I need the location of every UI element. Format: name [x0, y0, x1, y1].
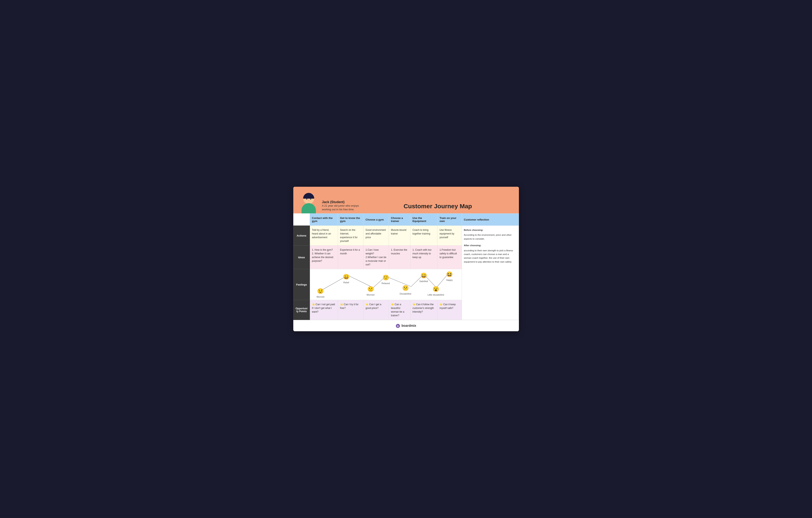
- feeling-emoji-worried-1: 😟: [317, 287, 324, 295]
- col-header-reflection: Customer reflection: [462, 214, 519, 226]
- feelings-chart-cell: 😟 Worried 😀 Relief 🙁 Worrie: [310, 269, 462, 300]
- journey-table: Contact with the gym Get to know the gym…: [293, 213, 519, 320]
- opportunities-label: Opportuni ty Points: [293, 300, 310, 320]
- feeling-label-worried-1: Worried: [317, 295, 324, 299]
- feeling-emoji-relaxed: 🙂: [382, 274, 389, 282]
- actions-gettoknow: Search on the Internet, experience it fo…: [338, 226, 364, 246]
- star-2: ⭐: [340, 303, 343, 306]
- star-1: ⭐: [312, 303, 315, 306]
- header-info: Jack (Student) A 21 year old junior who …: [322, 200, 363, 211]
- actions-choosetrainer: Muscle-bound trainer: [389, 226, 410, 246]
- col-header-trainown: Train on your own: [437, 214, 462, 226]
- boardmix-icon: b: [396, 323, 400, 328]
- ideas-trainown: 1.Freedom but safety is difficult to gua…: [437, 246, 462, 269]
- actions-choosegym: Good environment and affordable price: [364, 226, 389, 246]
- opp-contact: ⭐Can I not get paid if I don't get what …: [310, 300, 338, 320]
- ideas-choosetrainer: 1. Exercise the muscles: [389, 246, 410, 269]
- ideas-choosegym: 1.Can I lose weight?2.Whether I can be a…: [364, 246, 389, 269]
- star-6: ⭐: [439, 303, 443, 306]
- col-header-choosegym: Choose a gym: [364, 214, 389, 226]
- opp-choosegym: ⭐Can I get a good price?: [364, 300, 389, 320]
- feeling-satisfied: 😄 Satisfied: [419, 272, 428, 283]
- feeling-label-relaxed: Relaxed: [381, 282, 390, 285]
- reflection-cell: Before choosing: According to the enviro…: [462, 226, 519, 320]
- feeling-dissatisfied: 😕 Dissatisfied: [400, 284, 411, 296]
- avatar-nose: [308, 200, 309, 201]
- reflection-before-text: According to the environment, price and …: [464, 233, 517, 241]
- map-title: Customer Journey Map: [363, 203, 513, 213]
- actions-equipment: Coach to bring together training: [410, 226, 437, 246]
- feeling-happy: 😆 Happy: [446, 270, 453, 282]
- avatar-eye-right: [310, 199, 311, 200]
- feeling-emoji-happy: 😆: [446, 270, 453, 278]
- footer-brand: boardmix: [401, 324, 416, 328]
- star-4: ⭐: [391, 303, 394, 306]
- feeling-emoji-satisfied: 😄: [420, 272, 427, 280]
- opp-gettoknow: ⭐Can I try it for free?: [338, 300, 364, 320]
- ideas-gettoknow: Experience it for a month: [338, 246, 364, 269]
- opp-equipment: ⭐Can it follow the customer's strength i…: [410, 300, 437, 320]
- ideas-contact: 1. How is the gym?2. Whether it can achi…: [310, 246, 338, 269]
- empty-header: [293, 214, 310, 226]
- avatar-head: [303, 193, 314, 204]
- actions-contact: Told by a friend, heard about in an adve…: [310, 226, 338, 246]
- opp-choosetrainer: ⭐Can a beautiful woman be a trainer?: [389, 300, 410, 320]
- persona-desc: A 21 year old junior who enjoys working …: [322, 204, 363, 211]
- header: Jack (Student) A 21 year old junior who …: [293, 187, 519, 213]
- col-header-gettoknow: Get to know the gym: [338, 214, 364, 226]
- feeling-little-dissatisfied: 😮 Little dissatisfied: [428, 285, 444, 297]
- reflection-after-label: After choosing:: [464, 244, 517, 247]
- feeling-emoji-relief: 😀: [343, 273, 349, 281]
- avatar-hair: [303, 193, 314, 199]
- persona-name: Jack (Student): [322, 200, 363, 204]
- star-3: ⭐: [366, 303, 369, 306]
- feelings-svg-container: 😟 Worried 😀 Relief 🙁 Worrie: [310, 269, 462, 300]
- opp-trainown: ⭐Can it keep myself safe?: [437, 300, 462, 320]
- main-content: Contact with the gym Get to know the gym…: [293, 213, 519, 320]
- column-header-row: Contact with the gym Get to know the gym…: [293, 214, 519, 226]
- actions-label: Actions: [293, 226, 310, 246]
- feeling-emoji-little-dissatisfied: 😮: [433, 285, 439, 293]
- footer: b boardmix: [293, 320, 519, 331]
- reflection-before-label: Before choosing:: [464, 228, 517, 232]
- feeling-label-relief: Relief: [343, 281, 349, 284]
- feeling-label-little-dissatisfied: Little dissatisfied: [428, 293, 444, 297]
- col-header-choosetrainer: Choose a trainer: [389, 214, 410, 226]
- avatar-eye-left: [306, 199, 307, 200]
- actions-trainown: Use fitness equipment by yourself: [437, 226, 462, 246]
- col-header-equipment: Use the Equipment: [410, 214, 437, 226]
- feeling-label-dissatisfied: Dissatisfied: [400, 292, 411, 296]
- feeling-worried-2: 🙁 Worried: [367, 285, 374, 297]
- col-header-contact: Contact with the gym: [310, 214, 338, 226]
- ideas-equipment: 1. Coach with too much intensity to keep…: [410, 246, 437, 269]
- actions-row: Actions Told by a friend, heard about in…: [293, 226, 519, 246]
- svg-text:b: b: [397, 325, 399, 328]
- feeling-emoji-worried-2: 🙁: [367, 285, 374, 293]
- feeling-label-happy: Happy: [446, 278, 453, 282]
- feeling-label-worried-2: Worried: [367, 293, 374, 297]
- feeling-label-satisfied: Satisfied: [419, 280, 428, 283]
- feeling-relief: 😀 Relief: [343, 273, 349, 284]
- avatar-body: [301, 203, 316, 213]
- avatar: [299, 193, 318, 213]
- feeling-relaxed: 🙂 Relaxed: [381, 274, 390, 285]
- star-5: ⭐: [412, 303, 415, 306]
- ideas-label: Ideas: [293, 246, 310, 269]
- feelings-label: Feelings: [293, 269, 310, 300]
- footer-logo: b boardmix: [396, 323, 416, 328]
- canvas: Jack (Student) A 21 year old junior who …: [293, 187, 519, 331]
- avatar-area: [299, 193, 318, 213]
- feeling-worried-1: 😟 Worried: [317, 287, 324, 299]
- reflection-after-text: according to their own strength to pick …: [464, 249, 517, 264]
- feeling-emoji-dissatisfied: 😕: [402, 284, 409, 292]
